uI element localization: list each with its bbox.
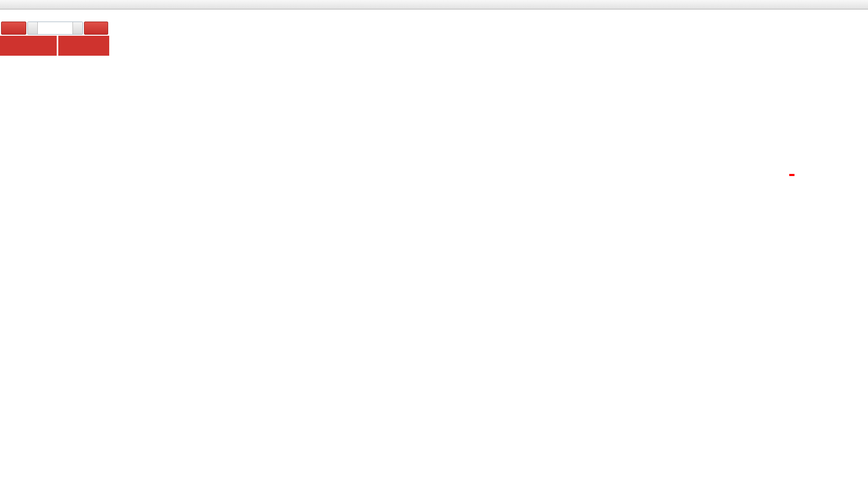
sell-price[interactable]: [0, 36, 57, 56]
chart-canvas[interactable]: [0, 0, 868, 495]
chart-ohlc-header: [5, 12, 11, 19]
price-callout-box[interactable]: [789, 174, 794, 176]
sell-button[interactable]: [1, 22, 26, 35]
volume-decrease-button[interactable]: [28, 22, 38, 34]
buy-button[interactable]: [84, 22, 108, 35]
volume-input[interactable]: [38, 22, 72, 34]
volume-increase-button[interactable]: [72, 22, 82, 34]
buy-price[interactable]: [58, 36, 109, 56]
one-click-trading-panel: [0, 20, 109, 56]
volume-stepper: [27, 22, 83, 35]
toolbar: [0, 0, 868, 9]
